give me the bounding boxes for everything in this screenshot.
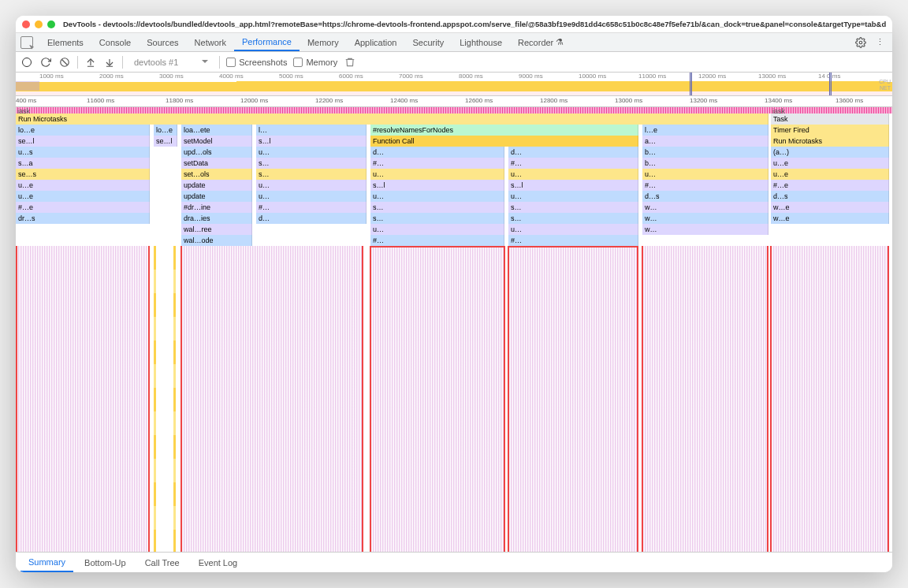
bar[interactable]: u… <box>256 180 367 191</box>
bar[interactable]: s… <box>256 169 367 180</box>
tab-elements[interactable]: Elements <box>39 33 91 51</box>
bar[interactable]: u…e <box>16 180 150 191</box>
maximize-window-button[interactable] <box>47 20 55 28</box>
bar[interactable]: set…ols <box>181 169 252 180</box>
bar[interactable]: #… <box>370 235 504 246</box>
bar[interactable]: s… <box>508 202 638 213</box>
bar[interactable]: d… <box>256 213 367 224</box>
minimize-window-button[interactable] <box>35 20 43 28</box>
tab-sources[interactable]: Sources <box>139 33 186 51</box>
tab-recorder[interactable]: Recorder ⚗ <box>510 33 571 51</box>
bar[interactable]: w… <box>642 213 768 224</box>
bar[interactable]: s… <box>370 213 504 224</box>
btab-event-log[interactable]: Event Log <box>191 553 246 572</box>
bar[interactable]: s… <box>508 213 638 224</box>
clear-button[interactable] <box>58 56 71 69</box>
btab-bottom-up[interactable]: Bottom-Up <box>76 553 134 572</box>
overview-handle-right[interactable] <box>829 73 832 95</box>
screenshots-checkbox[interactable]: Screenshots <box>226 58 287 67</box>
bar[interactable]: u… <box>256 147 367 158</box>
bar[interactable]: upd…ols <box>181 147 252 158</box>
more-icon[interactable]: ⋮ <box>873 36 886 49</box>
bar[interactable]: (a…) <box>771 147 889 158</box>
record-button[interactable] <box>20 56 33 69</box>
tab-console[interactable]: Console <box>91 33 139 51</box>
bar-resolve-names[interactable]: #resolveNamesForNodes <box>370 125 638 136</box>
bar[interactable]: lo…e <box>154 125 177 136</box>
bar[interactable]: wal…ode <box>181 235 252 246</box>
tab-network[interactable]: Network <box>187 33 234 51</box>
bar[interactable]: d… <box>370 147 504 158</box>
bar[interactable]: u… <box>256 191 367 202</box>
bar[interactable]: u…e <box>771 169 889 180</box>
session-select[interactable]: devtools #1 <box>129 56 213 69</box>
upload-button[interactable] <box>84 56 97 69</box>
bar[interactable]: w…e <box>771 202 889 213</box>
bar[interactable]: s…l <box>508 180 638 191</box>
bar-run-microtasks[interactable]: Run Microtasks <box>16 114 768 125</box>
bar-timer-fired[interactable]: Timer Fired <box>771 125 889 136</box>
detail-ruler[interactable]: 400 ms11600 ms11800 ms12000 ms12200 ms12… <box>16 96 892 107</box>
bar[interactable]: se…l <box>16 136 150 147</box>
bar[interactable]: u… <box>370 169 504 180</box>
tab-memory[interactable]: Memory <box>300 33 347 51</box>
bar[interactable]: s…a <box>16 158 150 169</box>
tab-lighthouse[interactable]: Lighthouse <box>452 33 510 51</box>
bar[interactable]: #dr…ine <box>181 202 252 213</box>
tab-application[interactable]: Application <box>347 33 405 51</box>
bar[interactable]: s…l <box>370 180 504 191</box>
bar[interactable]: #… <box>508 235 638 246</box>
bar-function-call[interactable]: Function Call <box>370 136 638 147</box>
bar[interactable]: setData <box>181 158 252 169</box>
bar[interactable]: #… <box>642 180 768 191</box>
bar[interactable]: u… <box>370 191 504 202</box>
bar[interactable]: #… <box>256 202 367 213</box>
bar[interactable]: update <box>181 180 252 191</box>
bar[interactable]: wal…ree <box>181 224 252 235</box>
bar[interactable]: u…s <box>16 147 150 158</box>
inspect-element-icon[interactable] <box>20 36 33 49</box>
tab-security[interactable]: Security <box>404 33 452 51</box>
bar[interactable]: d…s <box>642 191 768 202</box>
bar[interactable]: w… <box>642 202 768 213</box>
bar[interactable]: lo…e <box>16 125 150 136</box>
bar[interactable]: u… <box>508 224 638 235</box>
bar[interactable]: u… <box>508 191 638 202</box>
bar[interactable]: #…e <box>771 180 889 191</box>
bar-run-micro-right[interactable]: Run Microtasks <box>771 136 889 147</box>
bar[interactable]: w… <box>642 224 768 235</box>
bar[interactable]: dra…ies <box>181 213 252 224</box>
bar[interactable]: u…e <box>16 191 150 202</box>
bar[interactable]: #…e <box>16 202 150 213</box>
tab-performance[interactable]: Performance <box>234 33 300 51</box>
reload-button[interactable] <box>39 56 52 69</box>
bar[interactable]: b… <box>642 147 768 158</box>
bar[interactable]: l… <box>256 125 367 136</box>
bar[interactable]: d… <box>508 147 638 158</box>
btab-summary[interactable]: Summary <box>20 553 73 572</box>
bar[interactable]: update <box>181 191 252 202</box>
bar[interactable]: l…e <box>642 125 768 136</box>
bar[interactable]: #… <box>508 158 638 169</box>
bar[interactable]: se…l <box>154 136 177 147</box>
bar[interactable]: w…e <box>771 213 889 224</box>
bar[interactable]: #… <box>370 158 504 169</box>
btab-call-tree[interactable]: Call Tree <box>137 553 188 572</box>
memory-checkbox[interactable]: Memory <box>293 58 337 67</box>
bar[interactable]: u… <box>642 169 768 180</box>
trash-icon[interactable] <box>344 56 356 69</box>
bar[interactable]: s… <box>370 202 504 213</box>
bar-task[interactable]: Task <box>771 114 889 125</box>
bar[interactable]: dr…s <box>16 213 150 224</box>
download-button[interactable] <box>103 56 116 69</box>
bar[interactable]: a… <box>642 136 768 147</box>
bar[interactable]: u… <box>370 224 504 235</box>
bar[interactable]: u… <box>508 169 638 180</box>
flame-graph[interactable] <box>16 246 892 552</box>
bar[interactable]: b… <box>642 158 768 169</box>
settings-icon[interactable] <box>854 36 867 49</box>
bar[interactable]: d…s <box>771 191 889 202</box>
bar[interactable]: se…s <box>16 169 150 180</box>
close-window-button[interactable] <box>22 20 30 28</box>
overview-handle-left[interactable] <box>690 73 692 95</box>
